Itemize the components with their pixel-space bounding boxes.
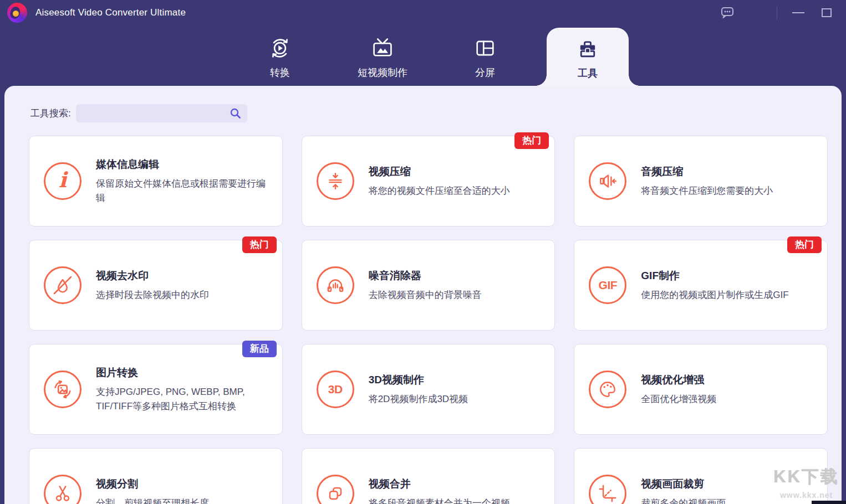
short-video-icon [370,35,395,61]
tool-title: 音频压缩 [641,164,773,179]
new-badge: 新品 [242,341,277,357]
hot-badge: 热门 [242,236,277,253]
search-input[interactable] [76,104,247,122]
tool-card-audio-compress[interactable]: 音频压缩 将音频文件压缩到您需要的大小 [574,136,828,227]
toolbox-icon [575,35,600,62]
minimize-button[interactable] [791,6,806,20]
tool-desc: 使用您的视频或图片制作或生成GIF [641,288,788,302]
scissors-icon [44,475,81,504]
3d-icon: 3D [317,371,354,408]
tool-title: 图片转换 [96,366,272,380]
tool-desc: 支持JPG/JPEG, PNG, WEBP, BMP, TIF/TIFF等多种图… [96,385,272,413]
maximize-button[interactable] [819,6,834,20]
tool-card-noise-remover[interactable]: 噪音消除器 去除视频音频中的背景噪音 [302,240,555,331]
tool-desc: 将多段音视频素材合并为一个视频 [369,496,510,504]
tool-desc: 选择时段去除视频中的水印 [96,288,209,302]
split-screen-icon [473,35,497,61]
tab-split-screen[interactable]: 分屏 [444,25,526,86]
no-watermark-icon [44,266,81,304]
search-icon[interactable] [230,107,241,121]
tool-desc: 将您的视频文件压缩至合适的大小 [369,184,510,198]
tool-title: 视频分割 [96,477,209,491]
merge-icon [317,475,354,504]
main-nav: 转换 短视频制作 分屏 [0,25,846,86]
headphones-icon [317,266,354,304]
tool-card-video-merge[interactable]: 视频合并 将多段音视频素材合并为一个视频 [302,448,555,504]
search-label: 工具搜索: [30,107,71,120]
tool-title: 视频压缩 [369,164,510,179]
tool-title: 视频去水印 [96,269,209,283]
titlebar: Aiseesoft Video Converter Ultimate [0,0,846,25]
tool-card-video-crop[interactable]: 视频画面裁剪 裁剪多余的视频画面 [574,448,828,504]
tool-desc: 保留原始文件媒体信息或根据需要进行编辑 [96,177,272,205]
tool-title: 视频合并 [369,477,510,491]
tool-desc: 裁剪多余的视频画面 [641,496,726,504]
convert-icon [268,35,292,61]
tool-desc: 分割，剪辑视频至理想长度 [96,496,209,504]
info-icon: i [44,162,81,200]
tab-tools[interactable]: 工具 [547,28,629,86]
hot-badge: 热门 [787,236,822,253]
hot-badge: 热门 [514,132,549,149]
tool-card-video-compress[interactable]: 热门 视频压缩 将您的视频文件压缩至合适的大小 [302,136,555,227]
tool-card-media-info-edit[interactable]: i 媒体信息编辑 保留原始文件媒体信息或根据需要进行编辑 [29,136,283,227]
tab-tools-label: 工具 [578,66,598,80]
tool-card-gif-maker[interactable]: 热门 GIF GIF制作 使用您的视频或图片制作或生成GIF [574,240,828,331]
tool-desc: 全面优化增强视频 [641,392,716,407]
tool-card-video-enhance[interactable]: 视频优化增强 全面优化增强视频 [574,344,828,435]
image-convert-icon [44,371,81,408]
crop-icon [589,475,626,504]
menu-icon[interactable] [748,6,763,20]
tool-card-image-convert[interactable]: 新品 图片转换 支持JPG/JPEG, PNG, WEBP, BMP, TIF/… [29,344,283,435]
tools-panel: 工具搜索: i 媒体信息编辑 保留原始文件媒体信息或根据需要进行编辑 热门 [4,86,842,504]
tab-convert[interactable]: 转换 [239,25,321,86]
tool-title: 视频画面裁剪 [641,477,726,491]
gif-icon: GIF [589,266,626,304]
tool-card-watermark-remover[interactable]: 热门 视频去水印 选择时段去除视频中的水印 [29,240,283,331]
titlebar-divider [777,6,777,19]
tool-desc: 去除视频音频中的背景噪音 [369,288,482,302]
tool-title: GIF制作 [641,269,788,283]
app-logo-icon [7,3,27,23]
tool-title: 3D视频制作 [369,373,468,387]
feedback-message-icon[interactable] [720,6,735,20]
tab-short-video[interactable]: 短视频制作 [342,25,424,86]
app-title: Aiseesoft Video Converter Ultimate [35,7,186,18]
titlebar-controls [720,6,846,20]
tool-desc: 将2D视频制作成3D视频 [369,392,468,407]
tool-title: 噪音消除器 [369,269,482,283]
tab-convert-label: 转换 [270,66,290,79]
watermark-bar [812,501,846,504]
tool-card-3d-video[interactable]: 3D 3D视频制作 将2D视频制作成3D视频 [302,344,555,435]
palette-icon [589,371,626,408]
tool-title: 媒体信息编辑 [96,157,272,172]
tool-title: 视频优化增强 [641,373,716,387]
compress-icon [317,162,354,200]
tool-desc: 将音频文件压缩到您需要的大小 [641,184,773,198]
search-row: 工具搜索: [4,86,842,122]
audio-compress-icon [589,162,626,200]
tools-grid: i 媒体信息编辑 保留原始文件媒体信息或根据需要进行编辑 热门 视频压缩 将您的… [4,122,842,504]
tab-short-video-label: 短视频制作 [358,66,407,79]
tool-card-video-split[interactable]: 视频分割 分割，剪辑视频至理想长度 [29,448,283,504]
tab-split-screen-label: 分屏 [475,66,495,79]
